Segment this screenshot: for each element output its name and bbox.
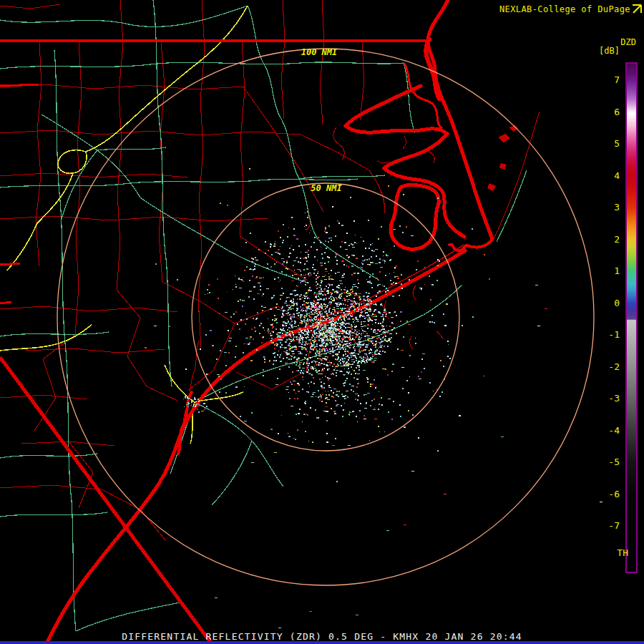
colorbar-tick: -2 [587,361,620,372]
straight-boundary [0,357,212,644]
colorbar-tick: 3 [587,202,620,213]
page-title: NEXLAB-College of DuPage [499,4,630,14]
colorbar-tick: 5 [587,138,620,149]
cape-lookout [449,239,492,250]
radar-display: 100 NMI 50 NMI NEXLAB-College of DuPage … [0,0,644,644]
college-of-dupage-logo-icon [632,4,643,14]
colorbar-tick: 1 [587,265,620,276]
colorbar-title: DZD [620,37,636,47]
colorbar-tick: 2 [587,234,620,245]
colorbar-tick: 7 [587,74,620,85]
county-borders [0,0,540,541]
ring-label-100nmi: 100 NMI [301,47,338,57]
colorbar-tick: -5 [587,457,620,467]
colorbar-tick: 6 [587,107,620,117]
roads-secondary [0,0,527,631]
new-river [178,392,192,454]
radar-map: 100 NMI 50 NMI [0,0,644,644]
coastline [0,0,492,644]
colorbar-tick: -7 [587,520,620,531]
radar-echoes [145,168,602,628]
colorbar-tick: -1 [587,329,620,340]
colorbar-tick: -3 [587,393,620,404]
roads-primary [0,6,248,444]
colorbar-scale [625,62,638,573]
product-title: DIFFERENTIAL REFLECTIVITY (ZDR) 0.5 DEG … [0,631,644,642]
footer-bar [0,641,644,644]
colorbar-tick: 0 [587,298,620,308]
colorbar-tick: 4 [587,170,620,181]
colorbar-threshold-label: TH [617,548,628,558]
colorbar-units: [dB] [599,46,620,56]
coastal-islets [487,125,518,191]
colorbar-tick: -4 [587,425,620,436]
ring-label-50nmi: 50 NMI [311,183,342,193]
colorbar-tick: -6 [587,489,620,499]
